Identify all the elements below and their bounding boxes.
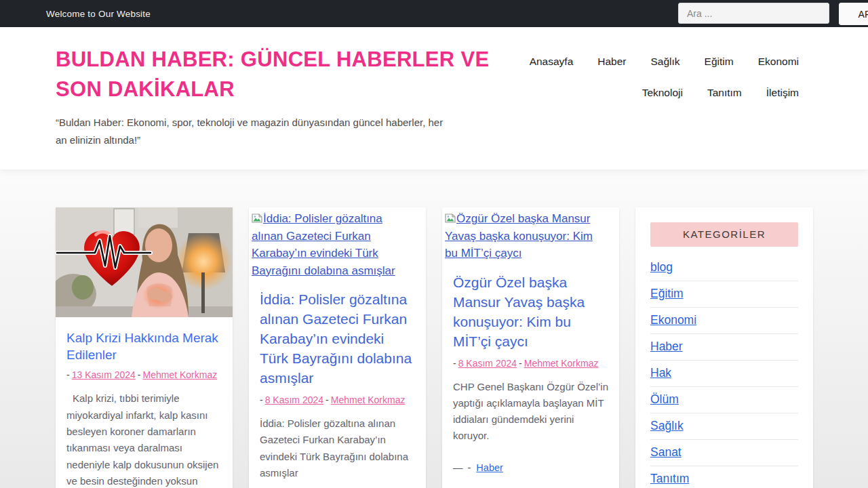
article-title-link[interactable]: İddia: Polisler gözaltına alınan Gazetec… (260, 291, 412, 386)
category-link-egitim[interactable]: Eğitim (650, 287, 684, 300)
article-author-link[interactable]: Mehmet Korkmaz (143, 369, 218, 380)
article-excerpt: CHP Genel Başkanı Özgür Özel’in yaptığı … (453, 379, 608, 445)
category-item: Hak (650, 361, 798, 387)
category-link-sanat[interactable]: Sanat (650, 445, 682, 459)
category-item: Sanat (650, 440, 798, 466)
nav-item-teknoloji[interactable]: Teknoloji (642, 87, 683, 99)
nav-item-haber[interactable]: Haber (597, 56, 626, 68)
separator-dash: — (453, 462, 462, 473)
search-button[interactable]: ARA (839, 3, 868, 25)
sidebar-categories: KATEGORİLER blog Eğitim Ekonomi Haber Ha… (635, 207, 813, 488)
article-title: İddia: Polisler gözaltına alınan Gazetec… (260, 290, 415, 388)
article-title-link[interactable]: Özgür Özel başka Mansur Yavaş başka konu… (453, 274, 585, 349)
search-form: ARA (678, 3, 868, 25)
category-item: Ölüm (650, 387, 798, 413)
nav-item-tanitim[interactable]: Tanıtım (707, 87, 742, 99)
broken-image-icon (445, 211, 456, 220)
site-title-link[interactable]: BULDAN HABER: GÜNCEL HABERLER VE SON DAK… (56, 45, 490, 105)
search-input[interactable] (678, 3, 829, 24)
article-title-link[interactable]: Kalp Krizi Hakkında Merak Edilenler (66, 331, 218, 362)
category-link-saglik[interactable]: Sağlık (650, 419, 684, 432)
main-nav: Anasayfa Haber Sağlık Eğitim Ekonomi Tek… (490, 45, 799, 99)
main-content: Kalp Krizi Hakkında Merak Edilenler -13 … (0, 169, 868, 488)
article-author-link[interactable]: Mehmet Korkmaz (331, 394, 406, 405)
category-item: blog (650, 255, 798, 281)
category-link-blog[interactable]: blog (650, 260, 673, 274)
broken-image-alt-text: İddia: Polisler gözaltına alınan Gazetec… (252, 212, 395, 277)
meta-separator: - (260, 394, 263, 405)
article-title: Kalp Krizi Hakkında Merak Edilenler (66, 329, 222, 363)
article-broken-image-link[interactable]: Özgür Özel başka Mansur Yavaş başka konu… (445, 210, 608, 262)
article-meta: -13 Kasım 2024-Mehmet Korkmaz (66, 369, 222, 380)
article-meta: -8 Kasım 2024-Mehmet Korkmaz (260, 394, 415, 405)
article-meta: -8 Kasım 2024-Mehmet Korkmaz (453, 358, 608, 369)
category-link-haber[interactable]: Haber (650, 340, 683, 353)
article-title: Özgür Özel başka Mansur Yavaş başka konu… (453, 273, 608, 352)
broken-image-alt-text: Özgür Özel başka Mansur Yavaş başka konu… (445, 212, 593, 260)
article-excerpt: Kalp krizi, tıbbi terimiyle miyokardiyal… (66, 390, 222, 488)
article-card: İddia: Polisler gözaltına alınan Gazetec… (249, 207, 426, 488)
sidebar-title: KATEGORİLER (650, 222, 798, 247)
category-item: Eğitim (650, 281, 798, 308)
category-item: Tanıtım (650, 466, 798, 488)
topbar: Welcome to Our Website ARA (0, 0, 868, 27)
article-card: Özgür Özel başka Mansur Yavaş başka konu… (442, 207, 619, 488)
article-date-link[interactable]: 8 Kasım 2024 (458, 358, 517, 369)
meta-separator: - (138, 369, 141, 380)
brand-block: BULDAN HABER: GÜNCEL HABERLER VE SON DAK… (56, 45, 490, 149)
meta-separator: - (66, 369, 70, 380)
article-category-link[interactable]: Haber (476, 462, 503, 473)
nav-item-iletisim[interactable]: İletişim (766, 87, 799, 99)
meta-separator: - (519, 358, 522, 369)
article-card: Kalp Krizi Hakkında Merak Edilenler -13 … (56, 207, 233, 488)
category-link-olum[interactable]: Ölüm (650, 392, 679, 406)
heart-attack-illustration (56, 207, 233, 317)
category-item: Sağlık (650, 413, 798, 440)
category-item: Ekonomi (650, 308, 798, 334)
category-link-ekonomi[interactable]: Ekonomi (650, 313, 696, 327)
meta-separator: - (326, 394, 329, 405)
site-tagline: “Buldan Haber: Ekonomi, spor, teknoloji … (56, 114, 449, 150)
meta-separator: - (468, 462, 471, 473)
broken-image-icon (252, 211, 262, 220)
site-header: BULDAN HABER: GÜNCEL HABERLER VE SON DAK… (0, 27, 868, 169)
nav-item-saglik[interactable]: Sağlık (651, 56, 680, 68)
meta-separator: - (453, 358, 456, 369)
article-date-link[interactable]: 13 Kasım 2024 (72, 369, 136, 380)
category-list: blog Eğitim Ekonomi Haber Hak Ölüm Sağlı… (650, 255, 798, 488)
article-category-row: — - Haber (453, 462, 608, 473)
category-item: Haber (650, 334, 798, 361)
article-date-link[interactable]: 8 Kasım 2024 (265, 394, 323, 405)
welcome-text: Welcome to Our Website (46, 9, 151, 19)
article-excerpt: İddia: Polisler gözaltına alınan Gazetec… (260, 415, 415, 481)
category-link-hak[interactable]: Hak (650, 366, 671, 380)
nav-item-anasayfa[interactable]: Anasayfa (530, 56, 574, 68)
article-broken-image-link[interactable]: İddia: Polisler gözaltına alınan Gazetec… (252, 210, 415, 279)
nav-item-egitim[interactable]: Eğitim (705, 56, 734, 68)
category-link-tanitim[interactable]: Tanıtım (650, 472, 689, 485)
nav-item-ekonomi[interactable]: Ekonomi (758, 56, 799, 68)
article-image-heart-attack[interactable] (56, 207, 233, 317)
article-author-link[interactable]: Mehmet Korkmaz (524, 358, 599, 369)
